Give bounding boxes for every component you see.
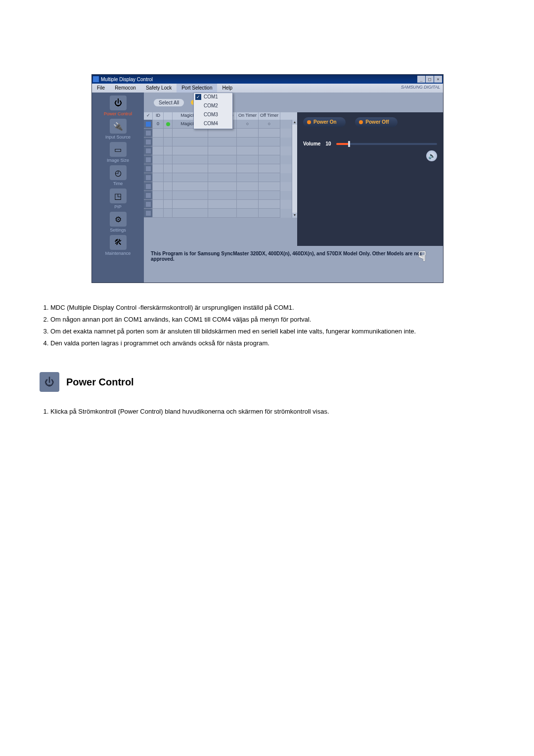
table-row[interactable] (144, 182, 292, 191)
footer-note: This Program is for Samsung SyncMaster 3… (144, 246, 443, 283)
power-off-button[interactable]: Power Off (355, 117, 398, 127)
col-status[interactable] (164, 112, 173, 120)
numbered-list: Klicka på Strömkontroll (Power Control) … (40, 407, 494, 417)
col-id[interactable]: ID (153, 112, 164, 120)
grid-scrollbar[interactable]: ▴ ▾ (292, 120, 297, 218)
document-body: MDC (Multiple Display Control -flerskärm… (40, 303, 494, 417)
row-checkbox[interactable] (146, 140, 151, 144)
sidebar-power-label: Power Control (92, 111, 144, 116)
port-dropdown: ✓ COM1 COM2 COM3 COM4 (193, 93, 233, 129)
sidebar-image-label: Image Size (92, 158, 144, 163)
row-checkbox[interactable] (146, 148, 151, 153)
volume-control: Volume 10 (303, 141, 437, 146)
col-ontimer[interactable]: On Timer (237, 112, 259, 120)
footer-text: This Program is for Samsung SyncMaster 3… (151, 251, 422, 262)
scroll-down-icon[interactable]: ▾ (292, 213, 297, 218)
table-row[interactable] (144, 129, 292, 138)
power-icon: ⏻ (110, 95, 127, 110)
table-row[interactable] (144, 164, 292, 173)
app-screenshot: Multiple Display Control _ □ × File Remo… (91, 74, 443, 283)
cell-offtimer: ○ (259, 120, 280, 129)
menubar: File Remocon Safety Lock Port Selection … (92, 84, 443, 93)
sidebar-settings-label: Settings (92, 228, 144, 233)
sidebar-item-input[interactable]: 🔌 Input Source (92, 118, 144, 141)
sidebar-input-label: Input Source (92, 135, 144, 140)
scroll-up-icon[interactable]: ▴ (292, 120, 297, 125)
row-checkbox[interactable] (146, 211, 151, 216)
sidebar-item-image[interactable]: ▭ Image Size (92, 141, 144, 164)
power-on-button[interactable]: Power On (303, 117, 346, 127)
volume-label: Volume (303, 141, 320, 146)
window-title: Multiple Display Control (101, 77, 153, 82)
menu-remocon[interactable]: Remocon (110, 84, 141, 93)
control-panel: Power On Power Off Volume 10 🔈 (297, 112, 443, 246)
brand-label: SAMSUNG DIGITAL (401, 84, 440, 93)
display-grid: ✓ ID MagicNet Image Size On Timer Off Ti… (144, 112, 297, 246)
table-row[interactable] (144, 200, 292, 209)
menu-safety-lock[interactable]: Safety Lock (141, 84, 177, 93)
port-com1[interactable]: ✓ COM1 (194, 93, 232, 102)
row-checkbox[interactable] (146, 131, 151, 136)
table-row[interactable] (144, 173, 292, 182)
row-checkbox[interactable] (146, 122, 151, 127)
list-item: Om det exakta namnet på porten som är an… (50, 327, 494, 336)
port-com3[interactable]: COM3 (194, 111, 232, 120)
sidebar-item-maintenance[interactable]: 🛠 Maintenance (92, 234, 144, 257)
sidebar-item-pip[interactable]: ◳ PIP (92, 188, 144, 211)
image-size-icon: ▭ (110, 142, 127, 157)
app-icon (93, 76, 99, 82)
menu-file[interactable]: File (92, 84, 110, 93)
list-item: Den valda porten lagras i programmet och… (50, 338, 494, 348)
time-icon: ◴ (110, 165, 127, 180)
settings-icon: ⚙ (110, 212, 127, 227)
sidebar-item-settings[interactable]: ⚙ Settings (92, 211, 144, 234)
maximize-button[interactable]: □ (426, 76, 434, 83)
sidebar-pip-label: PIP (92, 204, 144, 209)
list-item: MDC (Multiple Display Control -flerskärm… (50, 303, 494, 313)
port-com4[interactable]: COM4 (194, 120, 232, 129)
pointer-hand-icon: ☟ (418, 249, 433, 266)
close-button[interactable]: × (434, 76, 442, 83)
menu-port-selection[interactable]: Port Selection (177, 84, 217, 93)
cell-id: 0 (153, 120, 164, 129)
sidebar-item-power[interactable]: ⏻ Power Control (92, 94, 144, 118)
sidebar-time-label: Time (92, 181, 144, 186)
table-row[interactable] (144, 191, 292, 200)
select-all-button[interactable]: Select All (154, 99, 184, 106)
sidebar-item-time[interactable]: ◴ Time (92, 164, 144, 188)
mute-button[interactable]: 🔈 (426, 150, 437, 161)
minimize-button[interactable]: _ (417, 76, 425, 83)
col-offtimer[interactable]: Off Timer (259, 112, 280, 120)
input-source-icon: 🔌 (110, 119, 127, 134)
table-row[interactable] (144, 155, 292, 164)
check-icon: ✓ (195, 94, 201, 100)
list-item: Klicka på Strömkontroll (Power Control) … (50, 407, 494, 417)
power-icon: ⏻ (40, 372, 59, 392)
maintenance-icon: 🛠 (110, 235, 127, 250)
numbered-list: MDC (Multiple Display Control -flerskärm… (40, 303, 494, 348)
titlebar: Multiple Display Control _ □ × (92, 75, 443, 84)
table-row[interactable] (144, 209, 292, 218)
col-check[interactable]: ✓ (144, 112, 153, 120)
port-com2[interactable]: COM2 (194, 102, 232, 111)
slider-thumb-icon[interactable] (348, 141, 350, 147)
volume-value: 10 (325, 141, 331, 146)
section-heading: ⏻ Power Control (40, 372, 494, 392)
list-item: Om någon annan port än COM1 används, kan… (50, 315, 494, 325)
volume-slider[interactable] (336, 143, 437, 145)
menu-help[interactable]: Help (217, 84, 237, 93)
cell-status (164, 120, 173, 129)
row-checkbox[interactable] (146, 175, 151, 180)
row-checkbox[interactable] (146, 184, 151, 189)
pip-icon: ◳ (110, 189, 127, 203)
port-com1-label: COM1 (204, 94, 218, 99)
row-checkbox[interactable] (146, 202, 151, 207)
table-row[interactable] (144, 146, 292, 155)
row-checkbox[interactable] (146, 166, 151, 171)
section-title: Power Control (66, 377, 134, 388)
app-window: Multiple Display Control _ □ × File Remo… (91, 74, 444, 283)
row-checkbox[interactable] (146, 193, 151, 198)
row-checkbox[interactable] (146, 157, 151, 162)
toolbar: Select All Busy (144, 93, 443, 112)
table-row[interactable] (144, 138, 292, 146)
